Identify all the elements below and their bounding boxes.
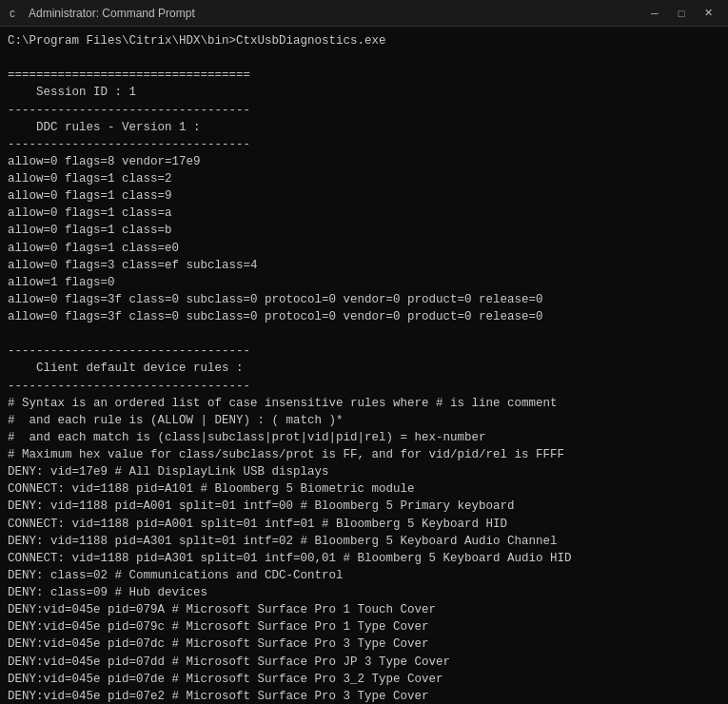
title-bar-left: C Administrator: Command Prompt bbox=[8, 6, 195, 21]
window-controls: ─ □ ✕ bbox=[642, 4, 720, 23]
title-bar: C Administrator: Command Prompt ─ □ ✕ bbox=[0, 0, 728, 27]
terminal-output: C:\Program Files\Citrix\HDX\bin>CtxUsbDi… bbox=[0, 27, 728, 704]
svg-text:C: C bbox=[10, 10, 15, 20]
window-title: Administrator: Command Prompt bbox=[29, 7, 195, 20]
cmd-icon: C bbox=[8, 6, 23, 21]
close-button[interactable]: ✕ bbox=[696, 4, 720, 23]
maximize-button[interactable]: □ bbox=[669, 4, 694, 23]
window: C Administrator: Command Prompt ─ □ ✕ C:… bbox=[0, 0, 728, 704]
cmd-icon-svg: C bbox=[8, 6, 23, 21]
minimize-button[interactable]: ─ bbox=[642, 4, 667, 23]
